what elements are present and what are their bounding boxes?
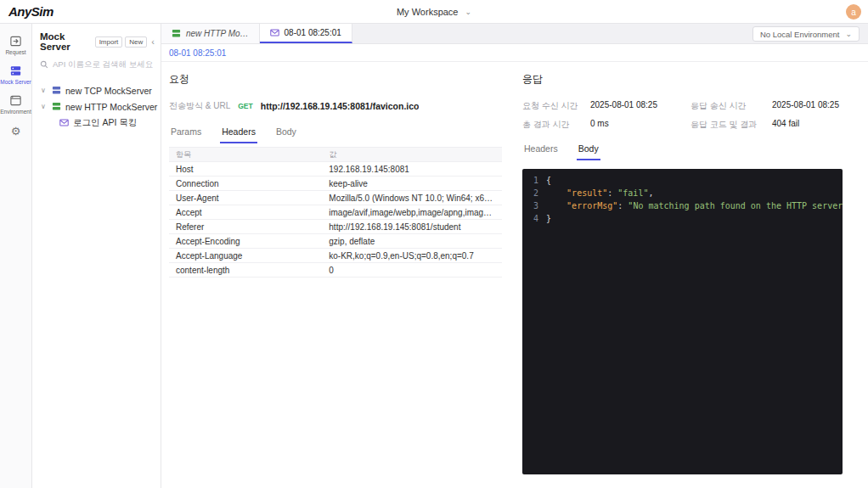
header-name-cell: Accept xyxy=(169,205,322,220)
environment-selector-value: No Local Environment xyxy=(760,30,839,39)
request-url-row: 전송방식 & URL GET http://192.168.19.145:808… xyxy=(169,100,502,112)
header-name-cell: Connection xyxy=(169,177,322,191)
avatar[interactable]: a xyxy=(846,4,861,20)
content: 요청 전송방식 & URL GET http://192.168.19.145:… xyxy=(161,62,868,488)
tab-headers[interactable]: Headers xyxy=(220,124,257,143)
tree-item-http-mockserver[interactable]: ∨ new HTTP MockServer xyxy=(32,98,161,115)
line-number: 3 xyxy=(522,199,538,212)
tree-item-label: new TCP MockServer xyxy=(65,86,152,96)
sidebar-title: Mock Server xyxy=(40,31,93,52)
rail-label-request: Request xyxy=(5,49,25,55)
header-name-cell: Referer xyxy=(169,220,322,234)
meta-label: 응답 송신 시간 xyxy=(690,100,772,112)
meta-label: 응답 코드 및 결과 xyxy=(690,119,772,131)
header-name-cell: User-Agent xyxy=(169,191,322,205)
header-value-cell: image/avif,image/webp,image/apng,image/s… xyxy=(322,205,502,220)
line-number: 1 xyxy=(522,174,538,187)
header-name-cell: Accept-Language xyxy=(169,249,322,263)
tab-response-headers[interactable]: Headers xyxy=(522,141,560,160)
workspace-switcher[interactable]: My Workspace ⌄ xyxy=(397,7,471,17)
breadcrumb-bar: 08-01 08:25:01 xyxy=(161,44,868,62)
line-number: 4 xyxy=(522,212,538,225)
tab-bar: new HTTP Mo… 08-01 08:25:01 No Local Env… xyxy=(161,24,868,44)
code-line: } xyxy=(546,212,843,225)
chevron-down-icon: ∨ xyxy=(41,87,48,94)
sidebar: Mock Server Import New ‹ ∨ new TCP MockS… xyxy=(32,24,161,488)
table-row: Host192.168.19.145:8081 xyxy=(169,162,502,177)
tab-label: new HTTP Mo… xyxy=(186,29,249,38)
import-button[interactable]: Import xyxy=(95,36,123,48)
chevron-down-icon: ⌄ xyxy=(845,30,852,38)
tab-label: 08-01 08:25:01 xyxy=(285,28,341,37)
breadcrumb: 08-01 08:25:01 xyxy=(169,48,226,58)
meta-value: 2025-08-01 08:25 xyxy=(590,100,690,112)
search-icon xyxy=(40,60,48,69)
environment-selector[interactable]: No Local Environment ⌄ xyxy=(752,26,860,42)
tcp-server-icon xyxy=(52,86,61,95)
table-row: Accept-Encodinggzip, deflate xyxy=(169,234,502,249)
tree-item-label: 로그인 API 목킹 xyxy=(73,117,137,129)
http-server-icon xyxy=(52,102,61,111)
tab-params[interactable]: Params xyxy=(169,124,203,143)
header-value-cell: ko-KR,ko;q=0.9,en-US;q=0.8,en;q=0.7 xyxy=(322,249,502,263)
header-value-cell: keep-alive xyxy=(322,177,502,191)
request-headers-table-body: Host192.168.19.145:8081Connectionkeep-al… xyxy=(169,162,502,278)
new-button[interactable]: New xyxy=(125,36,147,48)
gear-icon[interactable]: ⚙ xyxy=(11,125,21,137)
chevron-down-icon: ∨ xyxy=(41,103,48,110)
workspace-label: My Workspace xyxy=(397,7,459,17)
table-row: Connectionkeep-alive xyxy=(169,177,502,191)
main-area: new HTTP Mo… 08-01 08:25:01 No Local Env… xyxy=(161,24,868,488)
request-tabs: Params Headers Body xyxy=(169,124,502,143)
request-title: 요청 xyxy=(169,72,502,87)
method-badge: GET xyxy=(238,102,252,110)
rail-label-environment: Environment xyxy=(0,109,31,115)
header-value-cell: gzip, deflate xyxy=(322,234,502,249)
request-panel: 요청 전송방식 & URL GET http://192.168.19.145:… xyxy=(169,72,502,474)
code-line: "errorMsg": "No matching path found on t… xyxy=(546,199,843,212)
tab-log-08-01[interactable]: 08-01 08:25:01 xyxy=(260,24,352,43)
sidebar-header: Mock Server Import New ‹ xyxy=(32,24,161,57)
method-url-label: 전송방식 & URL xyxy=(169,100,230,112)
response-body-editor[interactable]: 1234 { "result": "fail", "errorMsg": "No… xyxy=(522,169,843,474)
header-value-cell: Mozilla/5.0 (Windows NT 10.0; Win64; x64… xyxy=(322,191,502,205)
table-header: 항목 값 xyxy=(169,148,502,162)
rail-label-mock-server: Mock Server xyxy=(0,79,31,85)
table-row: content-length0 xyxy=(169,263,502,278)
tree-item-login-api-mock[interactable]: 로그인 API 목킹 xyxy=(32,115,161,131)
tab-response-body[interactable]: Body xyxy=(577,141,600,160)
mock-server-tree: ∨ new TCP MockServer ∨ new HTTP MockServ… xyxy=(32,76,161,131)
response-meta: 요청 수신 시간 2025-08-01 08:25 응답 송신 시간 2025-… xyxy=(522,100,843,131)
rail-item-request[interactable]: Request xyxy=(0,31,31,59)
rail-item-mock-server[interactable]: Mock Server xyxy=(0,60,31,88)
mock-server-icon xyxy=(9,65,22,77)
envelope-icon xyxy=(270,28,279,37)
response-tabs: Headers Body xyxy=(522,141,843,160)
tab-body[interactable]: Body xyxy=(274,124,298,143)
environment-icon xyxy=(9,94,22,107)
meta-label: 요청 수신 시간 xyxy=(522,100,590,112)
tab-new-http-mockserver[interactable]: new HTTP Mo… xyxy=(161,24,260,43)
sidebar-search xyxy=(32,57,161,76)
header-value-cell: 192.168.19.145:8081 xyxy=(322,162,502,177)
meta-value: 404 fail xyxy=(772,119,843,131)
topbar: AnySim My Workspace ⌄ a xyxy=(0,0,868,24)
column-header-value: 값 xyxy=(322,148,502,162)
header-name-cell: content-length xyxy=(169,263,322,278)
code-line: "result": "fail", xyxy=(546,187,843,199)
header-value-cell: 0 xyxy=(322,263,502,278)
table-row: Accept-Languageko-KR,ko;q=0.9,en-US;q=0.… xyxy=(169,249,502,263)
app-shell: Request Mock Server Environment ⚙ Mock S… xyxy=(0,24,868,488)
search-input[interactable] xyxy=(53,59,153,69)
collapse-sidebar-icon[interactable]: ‹ xyxy=(149,36,156,47)
code-line: { xyxy=(546,174,843,187)
meta-value: 2025-08-01 08:25 xyxy=(772,100,843,112)
rail-item-environment[interactable]: Environment xyxy=(0,90,31,118)
response-panel: 응답 요청 수신 시간 2025-08-01 08:25 응답 송신 시간 20… xyxy=(522,72,843,474)
header-name-cell: Host xyxy=(169,162,322,177)
editor-code: { "result": "fail", "errorMsg": "No matc… xyxy=(546,174,843,469)
tree-item-tcp-mockserver[interactable]: ∨ new TCP MockServer xyxy=(32,82,161,98)
response-title: 응답 xyxy=(522,72,843,87)
meta-label: 총 경과 시간 xyxy=(522,119,590,131)
editor-gutter: 1234 xyxy=(522,174,546,469)
